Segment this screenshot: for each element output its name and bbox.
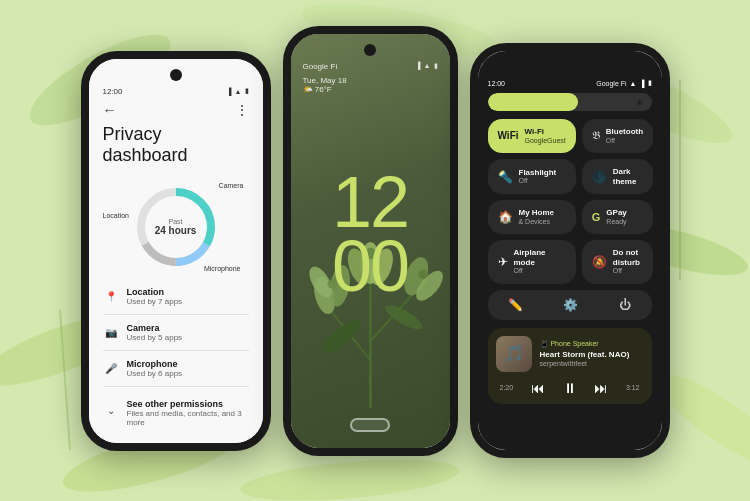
wifi-icon: ▲: [235, 88, 242, 95]
see-other-label: See other permissions: [127, 399, 249, 409]
dnd-tile-icon: 🔕: [592, 255, 607, 269]
bluetooth-sub: Off: [606, 137, 643, 145]
microphone-name: Microphone: [127, 359, 183, 369]
status-time-1: 12:00: [103, 87, 123, 96]
skip-forward-button[interactable]: ⏭: [594, 380, 608, 396]
airplane-name: Airplane mode: [514, 248, 566, 267]
clock-display: 1200: [332, 169, 408, 299]
status-bar-1: 12:00 ▐ ▲ ▮: [103, 87, 249, 96]
donut-microphone-label: Microphone: [204, 265, 241, 272]
play-pause-button[interactable]: ⏸: [563, 380, 577, 396]
airplane-tile-text: Airplane mode Off: [514, 248, 566, 276]
wifi-tile-icon: WiFi: [498, 130, 519, 141]
donut-past-label: Past: [155, 218, 197, 225]
svg-point-30: [418, 270, 428, 280]
screen-clock: Google Fi ▐ ▲ ▮ Tue, May 18 🌤️ 76°F 1200: [291, 34, 450, 448]
home-sub: & Devices: [519, 218, 555, 226]
phone2-weather: 🌤️ 76°F: [303, 85, 438, 94]
tile-flashlight[interactable]: 🔦 Flashlight Off: [488, 159, 576, 194]
microphone-text: Microphone Used by 6 apps: [127, 359, 183, 378]
edit-button[interactable]: ✏️: [500, 298, 531, 312]
donut-hours-value: 24 hours: [155, 225, 197, 236]
donut-chart: Location Camera Microphone Past 24 hours: [103, 177, 249, 277]
other-text: See other permissions Files and media, c…: [127, 395, 249, 427]
tile-dark-theme[interactable]: 🌑 Dark theme: [582, 159, 653, 194]
gpay-sub: Ready: [606, 218, 626, 226]
media-info: 📱 Phone Speaker Heart Storm (feat. NAO) …: [540, 340, 644, 367]
dnd-tile-text: Do not disturb Off: [613, 248, 643, 276]
see-other-row[interactable]: ⌄ See other permissions Files and media,…: [103, 395, 249, 427]
media-total: 3:12: [626, 384, 640, 391]
dnd-name: Do not disturb: [613, 248, 643, 267]
back-arrow-icon[interactable]: ←: [103, 102, 117, 118]
see-other-sub-label: Files and media, contacts, and 3 more: [127, 409, 249, 427]
wifi-sub: GoogleGuest: [525, 137, 566, 145]
phone2-battery-icon: ▮: [434, 62, 438, 70]
tile-my-home[interactable]: 🏠 My Home & Devices: [488, 200, 576, 234]
qs-actions-row: ✏️ ⚙️ ⏻: [488, 290, 652, 320]
home-name: My Home: [519, 208, 555, 218]
phone2-date-text: Tue, May 18: [303, 76, 438, 85]
screen-privacy: 12:00 ▐ ▲ ▮ ← ⋮ Privacy dashboard: [89, 59, 263, 443]
tile-gpay[interactable]: G GPay Ready: [582, 200, 653, 234]
media-elapsed: 2:20: [500, 384, 514, 391]
phone2-signal-icon: ▐: [416, 62, 421, 70]
tile-wifi[interactable]: WiFi Wi-Fi GoogleGuest: [488, 119, 576, 153]
permissions-list: 📍 Location Used by 7 apps 📷 Camera Used …: [103, 287, 249, 427]
dark-theme-name: Dark theme: [613, 167, 643, 186]
gpay-name: GPay: [606, 208, 626, 218]
camera-sub: Used by 5 apps: [127, 333, 183, 342]
phone2-bottom-bar: [350, 418, 390, 432]
media-artist: serpentwithfeet: [540, 360, 644, 367]
tile-dnd[interactable]: 🔕 Do not disturb Off: [582, 240, 653, 284]
phones-container: 12:00 ▐ ▲ ▮ ← ⋮ Privacy dashboard: [0, 0, 750, 501]
airplane-sub: Off: [514, 267, 566, 275]
permission-microphone: 🎤 Microphone Used by 6 apps: [103, 359, 249, 378]
qs-status-right: Google Fi ▲ ▐ ▮: [596, 79, 651, 87]
location-icon: 📍: [103, 288, 119, 304]
media-controls: 2:20 ⏮ ⏸ ⏭ 3:12: [496, 380, 644, 396]
camera-text: Camera Used by 5 apps: [127, 323, 183, 342]
camera-name: Camera: [127, 323, 183, 333]
home-tile-text: My Home & Devices: [519, 208, 555, 226]
brightness-slider[interactable]: ☀: [488, 93, 652, 111]
signal-icon: ▐: [227, 88, 232, 95]
permission-camera: 📷 Camera Used by 5 apps: [103, 323, 249, 342]
donut-camera-label: Camera: [219, 182, 244, 189]
album-art: 🎵: [496, 336, 532, 372]
tile-airplane[interactable]: ✈ Airplane mode Off: [488, 240, 576, 284]
power-button[interactable]: ⏻: [611, 298, 639, 312]
wifi-name: Wi-Fi: [525, 127, 566, 137]
camera-icon: 📷: [103, 324, 119, 340]
donut-center: Past 24 hours: [155, 218, 197, 236]
phone-quick-settings: 12:00 Google Fi ▲ ▐ ▮ ☀ WiFi Wi-Fi: [470, 43, 670, 458]
divider-1: [103, 314, 249, 315]
skip-back-button[interactable]: ⏮: [531, 380, 545, 396]
phone2-status-bar: Google Fi ▐ ▲ ▮: [291, 62, 450, 71]
bluetooth-name: Bluetooth: [606, 127, 643, 137]
flashlight-sub: Off: [519, 177, 557, 185]
status-icons-1: ▐ ▲ ▮: [227, 87, 249, 95]
microphone-sub: Used by 6 apps: [127, 369, 183, 378]
nav-row: ← ⋮: [103, 102, 249, 118]
gpay-tile-text: GPay Ready: [606, 208, 626, 226]
settings-button[interactable]: ⚙️: [555, 298, 586, 312]
phone-clock-flower: Google Fi ▐ ▲ ▮ Tue, May 18 🌤️ 76°F 1200: [283, 26, 458, 456]
airplane-tile-icon: ✈: [498, 255, 508, 269]
qs-status-bar: 12:00 Google Fi ▲ ▐ ▮: [488, 79, 652, 87]
brightness-fill: [488, 93, 578, 111]
home-tile-icon: 🏠: [498, 210, 513, 224]
media-top: 🎵 📱 Phone Speaker Heart Storm (feat. NAO…: [496, 336, 644, 372]
flashlight-tile-text: Flashlight Off: [519, 168, 557, 186]
location-text: Location Used by 7 apps: [127, 287, 183, 306]
flashlight-tile-icon: 🔦: [498, 170, 513, 184]
overflow-menu-icon[interactable]: ⋮: [235, 102, 249, 118]
qs-battery-icon: ▮: [648, 79, 652, 87]
qs-status-time: 12:00: [488, 80, 506, 87]
wifi-tile-text: Wi-Fi GoogleGuest: [525, 127, 566, 145]
media-source: 📱 Phone Speaker: [540, 340, 644, 348]
dnd-sub: Off: [613, 267, 643, 275]
dark-theme-tile-text: Dark theme: [613, 167, 643, 186]
svg-point-19: [318, 316, 364, 358]
tile-bluetooth[interactable]: 𝔅 Bluetooth Off: [582, 119, 653, 153]
